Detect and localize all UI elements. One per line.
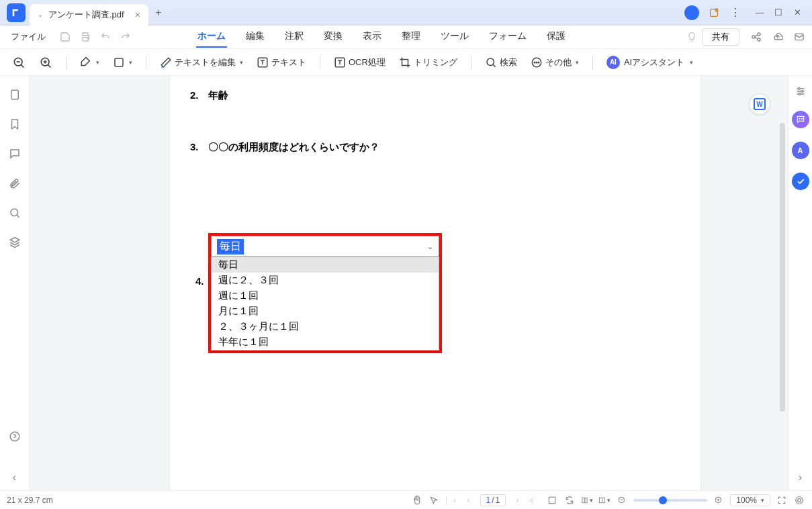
other-tool[interactable]: その他▾ bbox=[527, 54, 583, 71]
page-number-input[interactable]: 1 / 1 bbox=[480, 494, 506, 506]
cloud-upload-icon[interactable] bbox=[770, 30, 785, 44]
ocr-tool[interactable]: OCR処理 bbox=[330, 54, 390, 71]
collapse-right-icon[interactable]: › bbox=[795, 471, 807, 483]
redo-icon[interactable] bbox=[118, 30, 133, 44]
crop-tool[interactable]: トリミング bbox=[395, 54, 461, 71]
file-menu[interactable]: ファイル bbox=[5, 28, 51, 46]
highlight-tool[interactable]: ▾ bbox=[76, 54, 103, 71]
menu-tab-convert[interactable]: 変換 bbox=[322, 26, 344, 48]
next-page-icon[interactable]: › bbox=[511, 494, 523, 506]
svg-point-32 bbox=[798, 498, 801, 502]
menu-tab-organize[interactable]: 整理 bbox=[400, 26, 422, 48]
settings-sliders-icon[interactable] bbox=[795, 85, 807, 97]
comments-icon[interactable] bbox=[8, 147, 21, 160]
bookmarks-icon[interactable] bbox=[8, 118, 21, 131]
svg-rect-17 bbox=[11, 90, 18, 99]
vertical-scrollbar[interactable] bbox=[780, 123, 785, 412]
tab-close-icon[interactable]: × bbox=[135, 9, 140, 20]
read-mode-icon[interactable]: ▾ bbox=[598, 494, 611, 506]
word-icon: W bbox=[754, 98, 766, 110]
dropdown-option[interactable]: 週に１回 bbox=[212, 288, 439, 304]
svg-rect-26 bbox=[582, 498, 584, 502]
edit-text-tool[interactable]: テキストを編集▾ bbox=[156, 54, 247, 71]
link-share-icon[interactable] bbox=[749, 30, 764, 44]
text-tool[interactable]: テキスト bbox=[253, 54, 310, 71]
share-button[interactable]: 共有 bbox=[702, 28, 739, 46]
first-page-icon[interactable]: ⎸‹ bbox=[445, 494, 457, 506]
svg-point-22 bbox=[799, 93, 801, 95]
dropdown-selected-value: 毎日 bbox=[217, 239, 244, 254]
zoom-out-status-icon[interactable] bbox=[616, 494, 628, 506]
svg-rect-27 bbox=[585, 498, 587, 502]
svg-point-1 bbox=[715, 9, 718, 11]
prev-page-icon[interactable]: ‹ bbox=[463, 494, 475, 506]
search-panel-icon[interactable] bbox=[8, 206, 21, 220]
attachments-icon[interactable] bbox=[8, 177, 21, 190]
dropdown-field[interactable]: 毎日 ⌄ bbox=[211, 236, 439, 257]
layers-icon[interactable] bbox=[8, 236, 21, 249]
rotate-icon[interactable] bbox=[563, 494, 576, 506]
envelope-icon[interactable] bbox=[792, 30, 807, 44]
menu-tab-edit[interactable]: 編集 bbox=[244, 26, 266, 48]
window-close-button[interactable]: ✕ bbox=[788, 5, 807, 21]
canvas-area[interactable]: 2. 年齢 3. 〇〇の利用頻度はどれくらいですか？ 4. 毎日 ⌄ 毎日 週に… bbox=[30, 76, 788, 490]
tab-title: アンケート調査.pdf bbox=[48, 9, 124, 21]
undo-icon[interactable] bbox=[98, 30, 113, 44]
account-icon[interactable] bbox=[684, 5, 699, 20]
svg-point-12 bbox=[487, 58, 494, 66]
zoom-value[interactable]: 100%▾ bbox=[730, 494, 770, 506]
lightbulb-icon[interactable] bbox=[684, 30, 699, 44]
menu-tab-tools[interactable]: ツール bbox=[439, 26, 470, 48]
zoom-in-button[interactable] bbox=[35, 53, 56, 72]
kebab-menu-icon[interactable]: ⋮ bbox=[729, 6, 742, 19]
dropdown-option[interactable]: 週に２、３回 bbox=[212, 273, 439, 288]
checklist-icon[interactable] bbox=[792, 173, 809, 190]
select-tool-icon[interactable] bbox=[428, 494, 440, 506]
menu-tab-home[interactable]: ホーム bbox=[196, 26, 227, 48]
hand-tool-icon[interactable] bbox=[410, 494, 422, 506]
ai-chat-icon[interactable] bbox=[792, 111, 809, 128]
fullscreen-icon[interactable] bbox=[776, 494, 788, 506]
zoom-out-button[interactable] bbox=[8, 53, 30, 72]
zoom-slider-thumb[interactable] bbox=[659, 496, 667, 504]
collapse-left-icon[interactable]: ‹ bbox=[8, 471, 21, 483]
save-icon[interactable] bbox=[58, 30, 73, 44]
other-label: その他 bbox=[545, 56, 572, 68]
status-help-icon[interactable] bbox=[793, 494, 805, 506]
page-current: 1 bbox=[486, 496, 491, 505]
statusbar: 21 x 29.7 cm ⎸‹ ‹ 1 / 1 › ›⎸ ▾ ▾ 100%▾ bbox=[0, 490, 812, 509]
dropdown-option[interactable]: 半年に１回 bbox=[212, 334, 439, 350]
search-tool[interactable]: 検索 bbox=[481, 54, 521, 71]
dropdown-option[interactable]: 月に１回 bbox=[212, 304, 439, 319]
menu-tab-protect[interactable]: 保護 bbox=[545, 26, 567, 48]
print-icon[interactable] bbox=[78, 30, 93, 44]
crop-label: トリミング bbox=[414, 56, 457, 68]
dropdown-option[interactable]: ２、３ヶ月に１回 bbox=[212, 319, 439, 334]
last-page-icon[interactable]: ›⎸ bbox=[529, 494, 541, 506]
q3-text: 〇〇の利用頻度はどれくらいですか？ bbox=[208, 141, 379, 154]
ai-assistant-button[interactable]: AI AIアシスタント▾ bbox=[602, 53, 697, 72]
window-minimize-button[interactable]: — bbox=[750, 5, 769, 21]
svg-point-15 bbox=[536, 62, 537, 63]
q3-number: 3. bbox=[190, 141, 199, 154]
sidebar-right: A › bbox=[788, 76, 812, 490]
svg-rect-2 bbox=[83, 38, 88, 41]
menu-tab-annotate[interactable]: 注釈 bbox=[283, 26, 305, 48]
view-mode-icon[interactable]: ▾ bbox=[581, 494, 593, 506]
notification-icon[interactable] bbox=[707, 6, 721, 19]
translate-icon[interactable]: A bbox=[792, 142, 809, 159]
thumbnails-icon[interactable] bbox=[8, 88, 21, 101]
help-icon[interactable] bbox=[8, 430, 21, 443]
dropdown-option[interactable]: 毎日 bbox=[212, 257, 439, 273]
tab-add-button[interactable]: + bbox=[155, 7, 161, 19]
window-maximize-button[interactable]: ☐ bbox=[769, 5, 788, 21]
document-tab[interactable]: ⌄ アンケート調査.pdf × bbox=[30, 4, 148, 26]
svg-rect-9 bbox=[115, 58, 123, 66]
zoom-in-status-icon[interactable] bbox=[713, 494, 725, 506]
menu-tab-view[interactable]: 表示 bbox=[361, 26, 383, 48]
menu-tab-form[interactable]: フォーム bbox=[488, 26, 528, 48]
float-badge-button[interactable]: W bbox=[749, 93, 770, 115]
zoom-slider[interactable] bbox=[633, 499, 707, 502]
fit-page-icon[interactable] bbox=[546, 494, 558, 506]
shape-tool[interactable]: ▾ bbox=[109, 54, 136, 71]
